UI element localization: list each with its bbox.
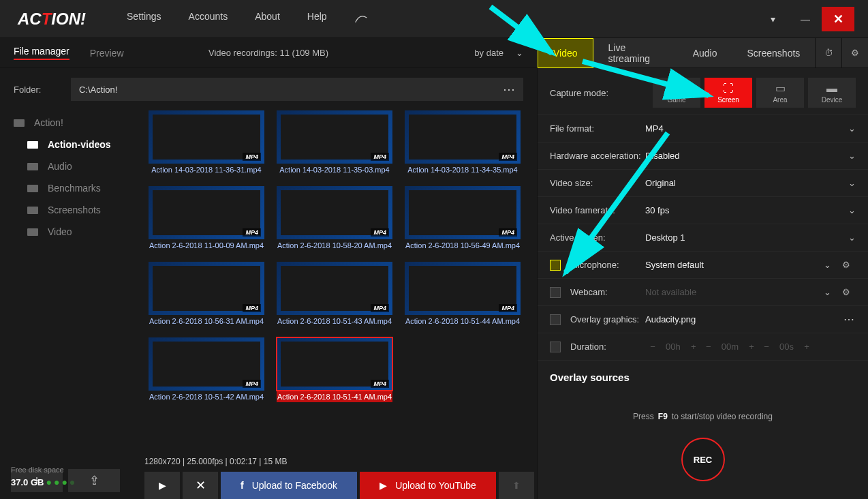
chevron-down-icon: ⌄ — [516, 48, 523, 58]
checkbox-duration[interactable] — [550, 342, 561, 352]
sidebar-item-action-videos[interactable]: Action-videos — [0, 134, 143, 155]
opt-video-size[interactable]: Video size:Original⌄ — [538, 169, 868, 196]
minimize-button[interactable]: — — [789, 7, 822, 31]
opt-video-framerate[interactable]: Video framerate:30 fps⌄ — [538, 196, 868, 224]
record-hint: PressF9to start/stop video recording — [633, 412, 773, 421]
tab-audio[interactable]: Audio — [678, 38, 732, 68]
upload-facebook-button[interactable]: fUpload to Facebook — [221, 472, 357, 499]
thumbnail-card[interactable]: MP4 Action 14-03-2018 11-34-35.mp4 — [405, 110, 521, 174]
checkbox-webcam[interactable] — [550, 287, 561, 298]
capture-mode-screen[interactable]: ⛶Screen — [704, 78, 752, 108]
dec-minutes[interactable]: − — [701, 342, 716, 352]
facebook-icon: f — [241, 480, 244, 491]
delete-button[interactable]: ✕ — [183, 472, 218, 499]
sidebar-item-audio[interactable]: Audio — [0, 155, 143, 177]
pin-button[interactable]: ▾ — [756, 7, 789, 31]
checkbox-overlay[interactable] — [550, 314, 561, 325]
thumbnail-card[interactable]: MP4 Action 2-6-2018 10-51-44 AM.mp4 — [405, 262, 521, 325]
thumbnail-card[interactable]: MP4 Action 2-6-2018 10-51-43 AM.mp4 — [277, 262, 392, 325]
thumbnail-image: MP4 — [149, 186, 264, 239]
cap-label: Screen — [717, 96, 739, 104]
upload-youtube-button[interactable]: ▶Upload to YouTube — [360, 472, 496, 499]
inc-minutes[interactable]: + — [744, 342, 759, 352]
sidebar-item-benchmarks[interactable]: Benchmarks — [0, 177, 143, 199]
app-logo: ACTION! — [18, 10, 86, 29]
cap-label: Area — [773, 96, 787, 104]
opt-hardware-accel[interactable]: Hardware acceleration:Disabled⌄ — [538, 142, 868, 169]
settings-gear-icon[interactable]: ⚙ — [841, 38, 868, 68]
thumbnail-card[interactable]: MP4 Action 2-6-2018 10-51-41 AM.mp4 — [277, 337, 392, 402]
tab-live-streaming[interactable]: Live streaming — [593, 38, 678, 68]
record-button[interactable]: REC — [681, 438, 725, 481]
capture-mode-device[interactable]: ▬Device — [808, 78, 856, 108]
format-badge: MP4 — [499, 153, 517, 161]
opt-overlay-graphics[interactable]: Overlay graphics:Audacity.png⋯ — [538, 305, 868, 333]
thumbnail-filename: Action 2-6-2018 10-56-31 AM.mp4 — [149, 315, 264, 325]
thumbnail-card[interactable]: MP4 Action 14-03-2018 11-36-31.mp4 — [149, 110, 264, 174]
thumbnail-card[interactable]: MP4 Action 14-03-2018 11-35-03.mp4 — [277, 110, 392, 174]
play-button[interactable]: ▶ — [144, 472, 180, 499]
sidebar-item-video[interactable]: Video — [0, 221, 143, 243]
folder-more-icon[interactable]: ⋯ — [503, 82, 516, 97]
capture-mode-area[interactable]: ▭Area — [756, 78, 804, 108]
logo-part: ION! — [51, 10, 86, 29]
menu-help[interactable]: Help — [307, 11, 327, 27]
thumbnail-card[interactable]: MP4 Action 2-6-2018 10-51-42 AM.mp4 — [149, 337, 264, 402]
format-badge: MP4 — [371, 304, 389, 312]
gear-icon[interactable]: ⚙ — [837, 260, 856, 270]
format-badge: MP4 — [371, 228, 389, 237]
tab-file-manager[interactable]: File manager — [14, 46, 69, 60]
chevron-down-icon: ⌄ — [848, 205, 856, 215]
menu-draw-tool[interactable] — [354, 11, 368, 27]
tab-video[interactable]: Video — [538, 38, 593, 68]
cap-label: Device — [822, 96, 843, 104]
sort-dropdown[interactable]: by date ⌄ — [474, 48, 523, 58]
capture-mode-label: Capture mode: — [550, 88, 653, 98]
menu-about[interactable]: About — [255, 11, 280, 27]
tab-preview[interactable]: Preview — [90, 48, 124, 59]
thumbnail-filename: Action 2-6-2018 10-56-49 AM.mp4 — [405, 239, 521, 250]
upload-generic-button[interactable]: ⬆ — [499, 472, 534, 499]
subheader: File manager Preview Video recordings: 1… — [0, 38, 868, 68]
thumbnail-filename: Action 14-03-2018 11-34-35.mp4 — [405, 164, 521, 174]
hotkey: F9 — [654, 412, 672, 421]
more-icon[interactable]: ⋯ — [843, 313, 856, 326]
yt-label: Upload to YouTube — [395, 480, 476, 491]
menu-settings[interactable]: Settings — [127, 11, 161, 27]
thumbnail-card[interactable]: MP4 Action 2-6-2018 10-56-31 AM.mp4 — [149, 262, 264, 325]
checkbox-mic[interactable] — [550, 260, 561, 271]
format-badge: MP4 — [243, 304, 261, 312]
folder-icon — [14, 119, 25, 127]
disk-label: Free disk space — [11, 464, 77, 476]
thumbnail-image: MP4 — [277, 337, 392, 391]
close-button[interactable]: ✕ — [822, 7, 854, 31]
thumbnail-card[interactable]: MP4 Action 2-6-2018 11-00-09 AM.mp4 — [149, 186, 264, 250]
dec-seconds[interactable]: − — [759, 342, 774, 352]
thumbnail-card[interactable]: MP4 Action 2-6-2018 10-56-49 AM.mp4 — [405, 186, 521, 250]
opt-active-screen[interactable]: Active screen:Desktop 1⌄ — [538, 224, 868, 251]
tab-screenshots[interactable]: Screenshots — [732, 38, 816, 68]
capture-mode-game[interactable]: 🎮Game — [653, 78, 700, 108]
folder-icon — [27, 185, 38, 192]
thumbnail-filename: Action 2-6-2018 11-00-09 AM.mp4 — [149, 239, 264, 250]
opt-microphone[interactable]: Microphone:System default⌄⚙ — [538, 251, 868, 278]
thumbnail-card[interactable]: MP4 Action 2-6-2018 10-58-20 AM.mp4 — [277, 186, 392, 250]
sidebar-label: Action! — [34, 117, 63, 128]
timer-icon[interactable]: ⏱ — [815, 38, 841, 68]
disk-space: Free disk space 37.0 GB ●●●● — [11, 464, 77, 490]
folder-icon — [27, 207, 38, 214]
inc-seconds[interactable]: + — [799, 342, 814, 352]
opt-file-format[interactable]: File format:MP4⌄ — [538, 115, 868, 142]
sidebar-label: Screenshots — [48, 205, 101, 215]
menu-accounts[interactable]: Accounts — [189, 11, 228, 27]
folder-icon — [27, 163, 38, 170]
inc-hours[interactable]: + — [686, 342, 701, 352]
sidebar-item-screenshots[interactable]: Screenshots — [0, 199, 143, 221]
folder-path-input[interactable]: C:\Action! ⋯ — [71, 78, 523, 101]
thumbnail-image: MP4 — [149, 262, 264, 315]
overlay-sources-header[interactable]: Overlay sources — [538, 360, 868, 394]
dec-hours[interactable]: − — [645, 342, 660, 352]
cap-label: Game — [667, 96, 685, 104]
disk-value: 37.0 GB — [11, 477, 44, 487]
sidebar-item-action-root[interactable]: Action! — [0, 112, 143, 134]
